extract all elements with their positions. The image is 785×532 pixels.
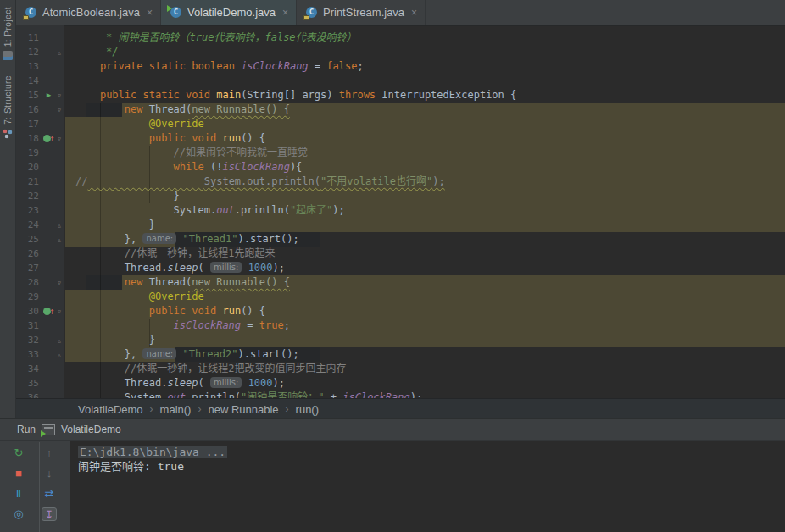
- tab-label: PrintStream.java: [323, 6, 404, 19]
- editor-tab[interactable]: CVolatileDemo.java×: [161, 0, 297, 25]
- soft-wrap-button[interactable]: ⇄: [42, 487, 57, 501]
- tab-label: AtomicBoolean.java: [42, 6, 140, 19]
- line-number: 27: [16, 261, 39, 275]
- editor-tab[interactable]: CPrintStream.java×: [297, 0, 426, 25]
- fold-marker[interactable]: ▵: [54, 333, 64, 347]
- line-number: 33: [16, 347, 39, 362]
- breadcrumb-item[interactable]: run(): [296, 403, 319, 416]
- fold-marker[interactable]: ▿: [54, 304, 64, 319]
- breadcrumb-item[interactable]: main(): [160, 403, 192, 416]
- line-number: 29: [16, 290, 39, 304]
- breadcrumb-item[interactable]: VolatileDemo: [78, 403, 143, 416]
- code-line[interactable]: @Override: [75, 117, 785, 131]
- console-output[interactable]: E:\jdk1.8\bin\java ...闹钟是否响铃: true: [70, 441, 785, 532]
- code-line[interactable]: }, name: "Thread2").start();: [75, 347, 785, 362]
- code-line[interactable]: //休眠一秒钟，让线程1先跑起来: [75, 247, 785, 261]
- structure-tool-icon: [3, 129, 13, 139]
- code-line[interactable]: private static boolean isClockRang = fal…: [75, 59, 785, 74]
- console-line: E:\jdk1.8\bin\java ...: [78, 445, 785, 459]
- breadcrumb-separator: ›: [150, 403, 153, 415]
- line-number: 30: [16, 304, 39, 319]
- hidden-partial-left-button[interactable]: ▪: [11, 528, 26, 532]
- line-number: 11: [16, 30, 39, 45]
- lock-badge-icon: [303, 15, 309, 20]
- pause-output-button[interactable]: Ⅱ: [11, 487, 26, 501]
- class-icon: C: [304, 6, 318, 19]
- code-line[interactable]: }: [75, 333, 785, 347]
- fold-marker[interactable]: ▵: [54, 347, 64, 362]
- tool-window-label: 1: Project: [3, 7, 13, 47]
- lock-badge-icon: [23, 15, 29, 20]
- code-line[interactable]: @Override: [75, 290, 785, 304]
- code-line[interactable]: new Thread(new Runnable() {: [75, 275, 785, 290]
- code-line[interactable]: [75, 74, 785, 88]
- tool-window-button-structure[interactable]: 7: Structure: [0, 75, 15, 139]
- code-line[interactable]: * 闹钟是否响铃（true代表响铃，false代表没响铃）: [75, 30, 785, 45]
- class-icon: C: [169, 6, 182, 19]
- tab-close-icon[interactable]: ×: [147, 7, 153, 19]
- line-number: 28: [16, 275, 39, 290]
- code-line[interactable]: while (!isClockRang){: [75, 160, 785, 175]
- code-line[interactable]: // System.out.println("不用volatile也行啊");: [75, 175, 785, 189]
- tool-window-button-project[interactable]: 1: Project: [0, 7, 15, 60]
- fold-marker[interactable]: ▿: [54, 275, 64, 290]
- scroll-to-end-button[interactable]: ↧: [42, 507, 57, 521]
- down-stack-trace-button[interactable]: ↓: [42, 467, 57, 480]
- fold-marker[interactable]: ▿: [54, 131, 64, 146]
- code-line[interactable]: //如果闹铃不响我就一直睡觉: [75, 146, 785, 160]
- thread-dump-camera-button[interactable]: ◎: [11, 507, 26, 521]
- code-line[interactable]: }: [75, 189, 785, 203]
- fold-marker[interactable]: ▵: [54, 218, 64, 232]
- console-line: 闹钟是否响铃: true: [78, 459, 785, 474]
- breadcrumb-separator: ›: [286, 403, 289, 415]
- breadcrumb-item[interactable]: new Runnable: [208, 403, 278, 416]
- line-number: 15: [16, 88, 39, 103]
- code-line[interactable]: Thread.sleep( millis: 1000);: [75, 261, 785, 275]
- tab-close-icon[interactable]: ×: [411, 7, 417, 19]
- parameter-hint: millis:: [210, 377, 242, 388]
- line-number: 23: [16, 203, 39, 218]
- editor-tab[interactable]: CAtomicBoolean.java×: [16, 0, 161, 25]
- run-panel-header: Run VolatileDemo: [0, 418, 785, 440]
- tab-close-icon[interactable]: ×: [282, 7, 288, 19]
- line-number: 16: [16, 103, 39, 117]
- editor-tab-bar: CAtomicBoolean.java×CVolatileDemo.java×C…: [16, 0, 785, 26]
- run-console-icon: [42, 424, 55, 435]
- line-number: 19: [16, 146, 39, 160]
- run-target-label: VolatileDemo: [61, 424, 121, 435]
- code-line[interactable]: }, name: "Thread1").start();: [75, 232, 785, 247]
- code-line[interactable]: isClockRang = true;: [75, 319, 785, 333]
- line-number: 24: [16, 218, 39, 232]
- rerun-button[interactable]: ↻: [11, 446, 26, 460]
- code-line[interactable]: Thread.sleep( millis: 1000);: [75, 376, 785, 391]
- line-number: 25: [16, 232, 39, 247]
- line-number: 35: [16, 376, 39, 391]
- fold-marker[interactable]: ▵: [54, 232, 64, 247]
- code-line[interactable]: public void run() {: [75, 131, 785, 146]
- fold-marker[interactable]: ▵: [54, 45, 64, 59]
- code-line[interactable]: //休眠一秒钟，让线程2把改变的值同步回主内存: [75, 362, 785, 376]
- code-line[interactable]: public static void main(String[] args) t…: [75, 88, 785, 103]
- override-gutter-icon[interactable]: ↑: [42, 131, 55, 146]
- code-line[interactable]: */: [75, 45, 785, 59]
- run-badge-icon: [167, 5, 172, 12]
- override-gutter-icon[interactable]: ↑: [42, 304, 55, 319]
- code-line[interactable]: }: [75, 218, 785, 232]
- line-number: 20: [16, 160, 39, 175]
- line-number: 21: [16, 175, 39, 189]
- code-line[interactable]: System.out.println("起床了");: [75, 203, 785, 218]
- stop-button[interactable]: ■: [11, 467, 26, 480]
- up-stack-trace-button[interactable]: ↑: [42, 446, 57, 460]
- code-editor[interactable]: 1112▵131415▶▿16▿1718↑▿192021222324▵25▵26…: [16, 25, 785, 398]
- code-area[interactable]: * 闹钟是否响铃（true代表响铃，false代表没响铃） */ private…: [65, 25, 785, 398]
- code-line[interactable]: public void run() {: [75, 304, 785, 319]
- code-line[interactable]: System.out.println("闹钟是否响铃：" + isClockRa…: [75, 391, 785, 398]
- run-gutter-icon[interactable]: ▶: [42, 88, 55, 103]
- fold-marker[interactable]: ▿: [54, 103, 64, 117]
- fold-marker[interactable]: ▿: [54, 88, 64, 103]
- code-line[interactable]: new Thread(new Runnable() {: [75, 103, 785, 117]
- project-tool-icon: [3, 51, 13, 60]
- breadcrumb-separator: ›: [198, 403, 201, 415]
- hidden-partial-right-button[interactable]: ▪: [42, 528, 57, 532]
- line-number: 26: [16, 247, 39, 261]
